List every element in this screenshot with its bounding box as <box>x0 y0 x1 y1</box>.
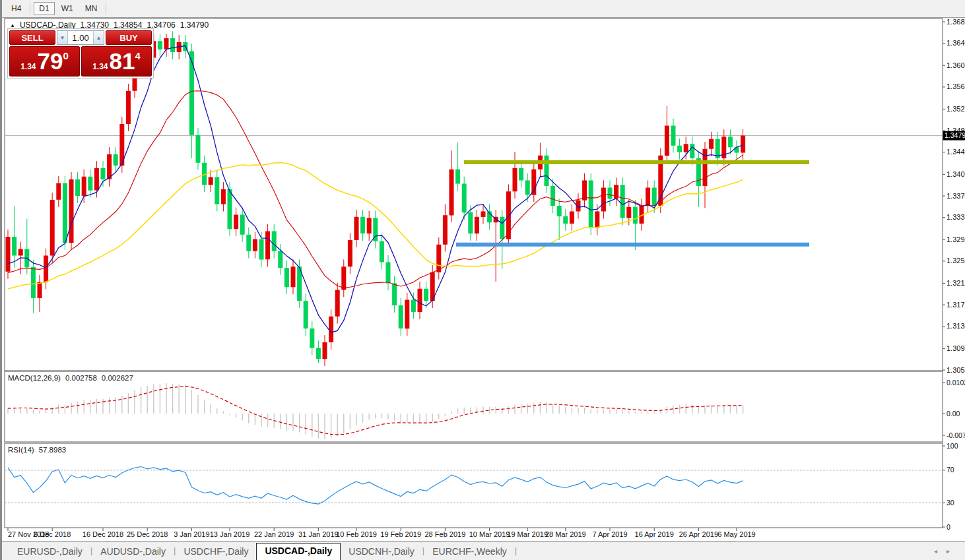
chart-canvas[interactable]: 1.368501.364601.360601.356701.352701.348… <box>2 0 965 560</box>
tab-scroll-arrows[interactable]: ◂▸ <box>934 547 959 555</box>
date-axis-label[interactable]: 22 Jan 2019 <box>254 530 294 538</box>
buy-price-big: 81 <box>110 48 135 75</box>
timeframe-button-h4[interactable]: H4 <box>6 2 26 15</box>
rsi-name: RSI(14) <box>8 446 34 454</box>
timeframe-toolbar: H4D1W1MN <box>0 0 965 18</box>
macd-axis-label[interactable]: -0.007477 <box>947 431 965 439</box>
tab-scroll-left-icon: ◂ <box>934 547 947 555</box>
buy-button[interactable]: BUY <box>106 30 152 45</box>
sell-price-big: 79 <box>38 48 63 75</box>
macd-axis-label[interactable]: 0.010229 <box>947 379 965 387</box>
toolbar-separator <box>106 3 106 15</box>
date-axis-label[interactable]: 25 Dec 2018 <box>127 530 168 538</box>
macd-signal-value: 0.002627 <box>102 374 133 382</box>
price-axis-label[interactable]: 1.33310 <box>947 213 965 221</box>
date-axis-label[interactable]: 10 Feb 2019 <box>336 530 377 538</box>
price-axis-label[interactable]: 1.36060 <box>947 61 965 69</box>
sell-price-button[interactable]: 1.34790 <box>9 46 80 77</box>
macd-main-value: 0.002758 <box>65 374 97 382</box>
volume-decrease-button[interactable]: ▼ <box>57 31 68 44</box>
terminal-window: 1.368501.364601.360601.356701.352701.348… <box>0 0 965 560</box>
macd-axis-label[interactable]: 0.00 <box>947 410 960 418</box>
price-axis-label[interactable]: 1.30940 <box>947 344 965 352</box>
date-axis-label[interactable]: 19 Mar 2019 <box>507 530 548 538</box>
date-axis-label[interactable]: 3 Jan 2019 <box>174 530 209 538</box>
sell-button[interactable]: SELL <box>9 30 55 45</box>
price-axis-label[interactable]: 1.34090 <box>947 170 965 178</box>
price-axis-label[interactable]: 1.36460 <box>947 39 965 47</box>
chart-collapse-icon[interactable]: ▲ <box>10 22 15 28</box>
date-axis-label[interactable]: 13 Jan 2019 <box>210 530 250 538</box>
date-axis-label[interactable]: 6 May 2019 <box>717 530 755 538</box>
current-price-tag-value: 1.34790 <box>945 131 965 139</box>
price-axis-label[interactable]: 1.30550 <box>947 366 965 374</box>
chart-tab-bar: EURUSD-,Daily|AUDUSD-,Daily|USDCHF-,Dail… <box>0 541 965 560</box>
ohlc-close: 1.34790 <box>180 20 209 30</box>
buy-price-button[interactable]: 1.34814 <box>81 46 152 77</box>
buy-price-prefix: 1.34 <box>92 62 108 71</box>
rsi-axis-label[interactable]: 70 <box>947 466 954 474</box>
price-axis-label[interactable]: 1.33700 <box>947 192 965 200</box>
rsi-panel[interactable] <box>5 443 943 528</box>
chart-tab-eurchf[interactable]: EURCHF-,Weekly <box>424 544 515 560</box>
price-axis-label[interactable]: 1.32120 <box>947 279 965 287</box>
chart-tab-usdchf[interactable]: USDCHF-,Daily <box>176 544 256 560</box>
toolbar-separator <box>30 3 30 15</box>
price-axis-label[interactable]: 1.35670 <box>947 82 965 90</box>
macd-panel[interactable] <box>5 371 943 442</box>
date-axis-label[interactable]: 7 Apr 2019 <box>592 530 627 538</box>
volume-increase-button[interactable]: ▲ <box>93 31 104 44</box>
price-axis-label[interactable]: 1.35270 <box>947 105 965 113</box>
rsi-axis-label[interactable]: 30 <box>947 499 954 507</box>
tab-separator: | <box>515 545 517 555</box>
date-axis-label[interactable]: 19 Feb 2019 <box>380 530 421 538</box>
rsi-indicator-label: RSI(14) 57.8983 <box>8 446 66 454</box>
date-axis-label[interactable]: 10 Mar 2019 <box>469 530 510 538</box>
date-axis-label[interactable]: 31 Jan 2019 <box>298 530 339 538</box>
timeframe-button-mn[interactable]: MN <box>80 2 103 15</box>
volume-input[interactable] <box>68 31 93 44</box>
macd-name: MACD(12,26,9) <box>8 374 61 382</box>
date-axis-label[interactable]: 28 Mar 2019 <box>545 530 586 538</box>
one-click-trading-panel: SELL ▼ ▲ BUY 1.34790 1.34814 <box>7 28 154 78</box>
rsi-axis-label[interactable]: 100 <box>947 442 958 450</box>
chart-tab-eurusd[interactable]: EURUSD-,Daily <box>9 544 90 560</box>
price-axis-label[interactable]: 1.31340 <box>947 322 965 330</box>
sell-price-prefix: 1.34 <box>20 62 36 71</box>
date-axis-label[interactable]: 16 Dec 2018 <box>83 530 123 538</box>
date-axis-label[interactable]: 16 Apr 2019 <box>635 530 674 538</box>
price-axis-label[interactable]: 1.36850 <box>947 18 965 26</box>
price-axis-label[interactable]: 1.31730 <box>947 301 965 309</box>
timeframe-button-w1[interactable]: W1 <box>56 2 79 15</box>
price-axis-label[interactable]: 1.32520 <box>947 257 965 264</box>
rsi-axis-label[interactable]: 0 <box>947 523 950 531</box>
tab-scroll-right-icon: ▸ <box>947 547 959 555</box>
buy-price-sup: 4 <box>135 50 140 61</box>
volume-stepper: ▼ ▲ <box>57 30 104 45</box>
chart-tab-audusd[interactable]: AUDUSD-,Daily <box>92 544 174 560</box>
timeframe-button-d1[interactable]: D1 <box>34 2 54 15</box>
sell-price-sup: 0 <box>63 50 68 61</box>
date-axis-label[interactable]: 26 Apr 2019 <box>679 530 718 538</box>
date-axis-label[interactable]: 28 Feb 2019 <box>425 530 466 538</box>
date-axis-label[interactable]: 6 Dec 2018 <box>34 530 71 538</box>
price-axis-label[interactable]: 1.32910 <box>947 235 965 243</box>
chart-tab-usdcad[interactable]: USDCAD-,Daily <box>256 543 341 560</box>
macd-indicator-label: MACD(12,26,9) 0.002758 0.002627 <box>8 374 133 382</box>
chart-tab-usdcnh[interactable]: USDCNH-,Daily <box>341 544 422 560</box>
rsi-value: 57.8983 <box>39 446 67 454</box>
price-axis-label[interactable]: 1.34490 <box>947 148 965 156</box>
